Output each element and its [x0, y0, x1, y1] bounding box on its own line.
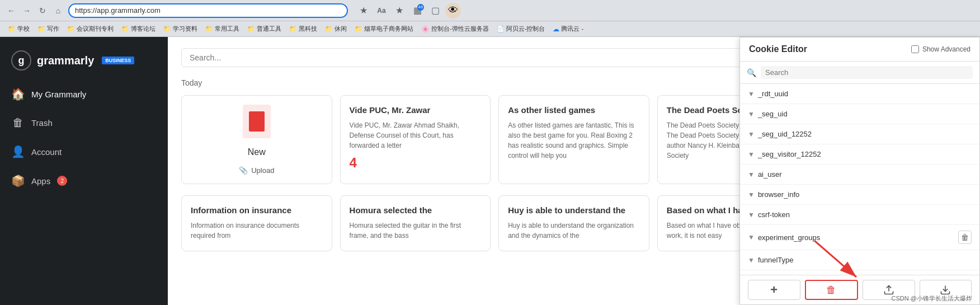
bookmark-label: 写作	[47, 25, 59, 33]
doc-title: Information on insurance	[191, 205, 323, 216]
address-bar[interactable]: https://app.grammarly.com	[68, 3, 348, 18]
app-area: g grammarly BUSINESS 🏠 My Grammarly 🗑 Tr…	[0, 37, 980, 305]
delete-all-cookies-button[interactable]: 🗑	[805, 280, 859, 300]
folder-icon: 📁	[325, 25, 333, 32]
cookie-item-rdt-uuid[interactable]: ▼ _rdt_uuid	[740, 84, 979, 104]
bookmark-common-tools[interactable]: 📁 常用工具	[202, 24, 243, 34]
doc-title: Homura selected the	[350, 205, 482, 216]
new-document-card[interactable]: New 📎 Upload	[181, 95, 332, 184]
cookie-item-funnel-type[interactable]: ▼ funnelType	[740, 250, 979, 270]
folder-icon: 📁	[355, 25, 362, 32]
show-advanced-checkbox[interactable]	[911, 45, 919, 53]
doc-card-insurance[interactable]: Information on insurance Information on …	[181, 195, 332, 251]
cookie-item-experiment-groups[interactable]: ▼ experiment_groups 🗑	[740, 225, 979, 250]
bookmark-abeyun[interactable]: 📄 阿贝云-控制台	[493, 24, 549, 34]
chevron-icon: ▼	[748, 191, 755, 199]
bookmark-tobacco[interactable]: 📁 烟草电子商务网站	[351, 24, 417, 34]
show-advanced-label: Show Advanced	[922, 45, 970, 53]
chevron-icon: ▼	[748, 130, 755, 138]
cookie-item-delete-button[interactable]: 🗑	[958, 231, 972, 244]
chevron-icon: ▼	[748, 151, 755, 158]
logo-icon: g	[11, 50, 31, 71]
bookmark-label: 休闲	[334, 25, 347, 33]
bookmark-normal-tools[interactable]: 📁 普通工具	[244, 24, 285, 34]
back-button[interactable]: ←	[4, 4, 18, 17]
bookmark-label: 学校	[17, 25, 30, 33]
extensions-button[interactable]: ★	[356, 3, 371, 18]
bookmark-label: 控制台-弹性云服务器	[431, 25, 489, 33]
forward-button[interactable]: →	[20, 4, 34, 17]
logo-text: grammarly	[37, 54, 94, 67]
cookie-list: ▼ _rdt_uuid ▼ _seg_uid ▼ _seg_uid_12252 …	[740, 84, 979, 275]
search-icon: 🔍	[747, 68, 756, 77]
sidebar-navigation: 🏠 My Grammarly 🗑 Trash 👤 Account 📦 Apps …	[0, 79, 168, 296]
cookie-name: funnelType	[758, 256, 972, 264]
bookmark-writing[interactable]: 📁 写作	[34, 24, 63, 34]
extensions-icon-button[interactable]: ▦ 46	[409, 3, 425, 18]
bookmark-label: 普通工具	[257, 25, 281, 33]
doc-card-huy[interactable]: Huy is able to understand the Huy is abl…	[498, 195, 649, 251]
doc-preview: As other listed games are fantastic, Thi…	[508, 120, 640, 161]
cookie-name: experiment_groups	[758, 233, 958, 242]
chevron-icon: ▼	[748, 90, 755, 98]
cookie-item-seg-uid[interactable]: ▼ _seg_uid	[740, 104, 979, 124]
export-icon	[940, 284, 951, 295]
cookie-item-seg-visitor[interactable]: ▼ _seg_visitor_12252	[740, 144, 979, 165]
cookie-item-seg-uid-12252[interactable]: ▼ _seg_uid_12252	[740, 124, 979, 144]
bookmark-label: 阿贝云-控制台	[506, 25, 545, 33]
user-profile-button[interactable]: 👁	[445, 3, 461, 18]
folder-icon: 📁	[67, 25, 75, 32]
cookie-name: _seg_uid	[758, 110, 972, 118]
folder-icon: 📁	[289, 25, 297, 32]
doc-preview: Homura selected the guitar in the first …	[350, 220, 482, 241]
upload-button[interactable]: 📎 Upload	[239, 166, 274, 175]
show-advanced-option[interactable]: Show Advanced	[911, 45, 970, 53]
sidebar-item-account[interactable]: 👤 Account	[0, 137, 168, 166]
doc-card-vide-puc[interactable]: Vide PUC, Mr. Zawar Vide PUC, Mr. Zawar …	[340, 95, 491, 184]
business-badge: BUSINESS	[102, 57, 134, 64]
cookie-item-ga-clientid[interactable]: ▼ ga_clientId	[740, 270, 979, 275]
cookie-item-browser-info[interactable]: ▼ browser_info	[740, 185, 979, 205]
cookie-search-input[interactable]	[761, 66, 973, 79]
folder-icon: 📁	[37, 25, 45, 32]
upload-icon: 📎	[239, 166, 248, 175]
cookie-name: ai_user	[758, 170, 972, 179]
bookmark-leisure[interactable]: 📁 休闲	[322, 24, 350, 34]
sidebar-logo: g grammarly BUSINESS	[0, 46, 168, 79]
new-label: New	[248, 147, 266, 157]
home-button[interactable]: ⌂	[51, 4, 65, 17]
chevron-icon: ▼	[748, 233, 755, 241]
bookmark-button[interactable]: ★	[392, 3, 407, 18]
profile-button[interactable]: Aa	[374, 3, 389, 18]
add-cookie-button[interactable]: +	[748, 280, 800, 300]
url-text: https://app.grammarly.com	[75, 6, 161, 15]
bookmark-label: 学习资料	[173, 25, 197, 33]
doc-card-homura[interactable]: Homura selected the Homura selected the …	[340, 195, 491, 251]
bookmark-study[interactable]: 📁 学习资料	[160, 24, 201, 34]
bookmark-label: 黑科技	[299, 25, 317, 33]
huawei-icon: 🌸	[421, 25, 430, 33]
bookmark-conference[interactable]: 📁 会议期刊专利	[64, 24, 117, 34]
new-doc-icon	[243, 105, 271, 138]
bookmark-school[interactable]: 📁 学校	[4, 24, 33, 34]
cookie-item-ai-user[interactable]: ▼ ai_user	[740, 165, 979, 185]
chevron-icon: ▼	[748, 256, 755, 264]
refresh-button[interactable]: ↻	[36, 4, 49, 17]
sidebar-item-apps[interactable]: 📦 Apps 2	[0, 166, 168, 195]
cookie-search-bar: 🔍	[740, 62, 979, 84]
cookie-editor-title: Cookie Editor	[749, 44, 807, 54]
cookie-item-csrf-token[interactable]: ▼ csrf-token	[740, 205, 979, 225]
home-icon: 🏠	[11, 87, 25, 101]
cookie-editor-panel: Cookie Editor Show Advanced 🔍 ▼ _rdt_uui…	[739, 37, 980, 305]
chevron-icon: ▼	[748, 171, 755, 179]
sidebar-item-my-grammarly[interactable]: 🏠 My Grammarly	[0, 79, 168, 109]
apps-icon: 📦	[11, 174, 25, 187]
bookmark-huawei[interactable]: 🌸 控制台-弹性云服务器	[418, 24, 492, 34]
bookmark-tencent[interactable]: ☁ 腾讯云 -	[549, 24, 587, 34]
page-icon: 📄	[497, 25, 505, 32]
bookmark-hightech[interactable]: 📁 黑科技	[286, 24, 321, 34]
bookmark-blog[interactable]: 📁 博客论坛	[118, 24, 159, 34]
cast-button[interactable]: ▢	[427, 3, 443, 18]
doc-card-as-other[interactable]: As other listed games As other listed ga…	[498, 95, 649, 184]
sidebar-item-trash[interactable]: 🗑 Trash	[0, 109, 168, 137]
